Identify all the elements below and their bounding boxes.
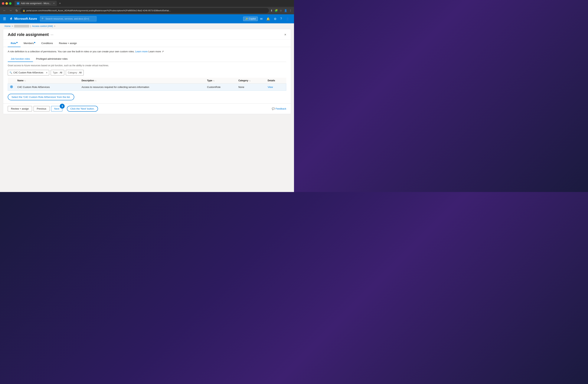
search-clear-button[interactable]: ×	[46, 71, 47, 74]
role-description: A role definition is a collection of per…	[8, 50, 286, 53]
next-button-wrapper: Next 3	[51, 106, 63, 112]
notifications-icon[interactable]: 🔔	[265, 16, 272, 21]
address-text: portal.azure.com/#view/Microsoft_Azure_A…	[26, 9, 171, 12]
tab-favicon: A	[17, 2, 20, 5]
step-badge: 3	[60, 104, 65, 109]
row-category-cell: None	[236, 84, 265, 91]
browser-tab[interactable]: A Add role assignment - Micro... ×	[15, 1, 57, 6]
minimize-window-button[interactable]	[5, 2, 8, 5]
tab-review-assign[interactable]: Review + assign	[56, 39, 80, 47]
breadcrumb-sep2: |	[30, 25, 31, 27]
sub-tab-job-function[interactable]: Job function roles	[8, 56, 33, 62]
refresh-button[interactable]: ↻	[14, 9, 19, 12]
tab-members-label: Members	[23, 42, 34, 45]
address-bar[interactable]: 🔒 portal.azure.com/#view/Microsoft_Azure…	[20, 8, 269, 13]
panel-header: Add role assignment ··· ×	[3, 29, 291, 39]
feedback-link[interactable]: 💬 Feedback	[272, 107, 286, 110]
tab-title: Add role assignment - Micro...	[21, 2, 51, 5]
type-filter-button[interactable]: Type : All	[51, 70, 64, 76]
breadcrumb-home[interactable]: Home	[4, 25, 11, 27]
copilot-button[interactable]: ✨ Copilot	[243, 17, 258, 21]
maximize-window-button[interactable]	[9, 2, 12, 5]
previous-button[interactable]: Previous	[34, 106, 50, 112]
feedback-icon: 💬	[272, 107, 275, 110]
roles-table: Name ↑↓ Description ↑↓ Type ↑↓	[8, 78, 286, 91]
new-tab-button[interactable]: +	[59, 2, 61, 5]
breadcrumb: Home > | Access control (IAM) >	[0, 23, 294, 29]
main-tabs: Role Members Conditions Review + assign	[3, 39, 291, 47]
breadcrumb-iam[interactable]: Access control (IAM)	[32, 25, 53, 27]
panel-close-button[interactable]: ×	[284, 33, 286, 37]
feedback-label: Feedback	[275, 107, 286, 110]
panel-title: Add role assignment	[8, 32, 49, 37]
forward-button[interactable]: →	[8, 9, 13, 12]
add-role-assignment-panel: Add role assignment ··· × Role Members C…	[3, 29, 291, 114]
help-icon[interactable]: ?	[279, 16, 283, 21]
menu-icon[interactable]: ⋮	[289, 9, 292, 12]
description-sort-icon[interactable]: ↑↓	[95, 80, 97, 82]
header-actions: ✨ Copilot ✉ 🔔 ⚙ ? 👤	[243, 16, 291, 21]
type-filter-label: Type :	[53, 71, 59, 74]
col-category-header[interactable]: Category ↑↓	[236, 78, 265, 84]
category-filter-button[interactable]: Category : All	[66, 70, 84, 76]
role-search-input[interactable]	[13, 71, 45, 74]
browser-frame: A Add role assignment - Micro... × + ← →…	[0, 0, 294, 192]
type-sort-icon[interactable]: ↑↓	[213, 80, 215, 82]
name-sort-icon[interactable]: ↑↓	[24, 80, 26, 82]
toolbar-actions: ⬇ 🧩 ☆ 👤 ⋮	[271, 9, 292, 12]
type-filter-value: All	[60, 71, 62, 74]
azure-app: ☰ Microsoft Azure 🔍 ✨ Copilot ✉ 🔔 ⚙ ?	[0, 14, 294, 192]
row-name-cell: C4C Custom Role AllServices	[15, 84, 79, 91]
azure-logo-text: Microsoft Azure	[14, 17, 37, 20]
review-assign-button[interactable]: Review + assign	[8, 106, 32, 112]
global-search-input[interactable]	[40, 16, 97, 21]
sub-description: Grant access to Azure resources based on…	[8, 64, 286, 67]
row-details-cell: View	[265, 84, 286, 91]
window-controls	[2, 2, 12, 5]
hamburger-menu[interactable]: ☰	[3, 17, 6, 21]
back-button[interactable]: ←	[2, 9, 7, 12]
panel-body: A role definition is a collection of per…	[3, 47, 291, 103]
account-icon[interactable]: 👤	[284, 16, 291, 21]
col-type-header[interactable]: Type ↑↓	[205, 78, 236, 84]
tab-conditions-label: Conditions	[41, 42, 53, 45]
tab-conditions[interactable]: Conditions	[38, 39, 56, 47]
tab-close-button[interactable]: ×	[53, 2, 54, 5]
category-filter-value: All	[79, 71, 82, 74]
col-details-header: Details	[265, 78, 286, 84]
settings-icon[interactable]: ⚙	[272, 16, 278, 21]
copilot-icon: ✨	[245, 18, 248, 20]
col-description-header[interactable]: Description ↑↓	[79, 78, 205, 84]
sub-tabs: Job function roles Privileged administra…	[8, 56, 286, 62]
category-sort-icon[interactable]: ↑↓	[249, 80, 251, 82]
favorites-icon[interactable]: ☆	[280, 9, 282, 12]
azure-header: ☰ Microsoft Azure 🔍 ✨ Copilot ✉ 🔔 ⚙ ?	[0, 14, 294, 23]
mail-icon[interactable]: ✉	[259, 16, 264, 21]
sub-tab-privileged[interactable]: Privileged administrator roles	[33, 56, 71, 62]
row-radio-cell[interactable]	[8, 84, 15, 91]
click-hint: Click the 'Next' button.	[67, 106, 98, 112]
copilot-label: Copilot	[249, 18, 256, 20]
role-search-box[interactable]: 🔍 ×	[8, 70, 49, 76]
tab-members[interactable]: Members	[21, 39, 38, 47]
tab-role[interactable]: Role	[8, 39, 21, 47]
learn-more-link[interactable]: Learn more	[135, 50, 147, 53]
profile-icon[interactable]: 👤	[284, 9, 287, 12]
learn-more-text: Learn more ↗	[148, 50, 164, 53]
row-radio-button[interactable]	[10, 85, 13, 88]
col-name-header[interactable]: Name ↑↓	[15, 78, 79, 84]
extensions-icon[interactable]: 🧩	[274, 9, 278, 12]
download-icon[interactable]: ⬇	[271, 9, 273, 12]
tab-review-assign-label: Review + assign	[59, 42, 77, 45]
table-row[interactable]: C4C Custom Role AllServices Access to re…	[8, 84, 286, 91]
panel-menu-button[interactable]: ···	[51, 33, 54, 37]
tab-members-dot	[34, 42, 35, 43]
browser-titlebar: A Add role assignment - Micro... × +	[0, 0, 294, 7]
selection-hint: Select the 'C4C Custom Role AllServices'…	[8, 94, 74, 100]
tab-role-label: Role	[11, 42, 16, 45]
browser-toolbar: ← → ↻ 🔒 portal.azure.com/#view/Microsoft…	[0, 7, 294, 14]
close-window-button[interactable]	[2, 2, 4, 5]
sub-tab-job-function-label: Job function roles	[11, 58, 30, 60]
view-details-link[interactable]: View	[268, 86, 273, 88]
col-radio	[8, 78, 15, 84]
